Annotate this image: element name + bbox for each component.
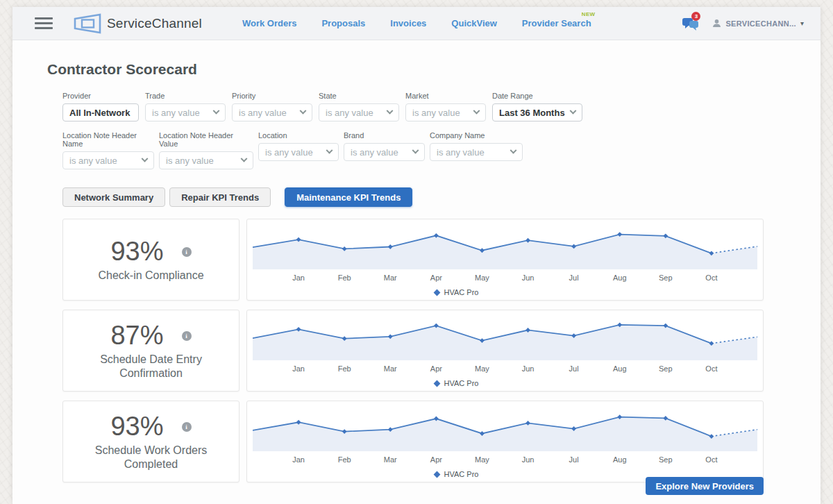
- x-axis-tick-label: May: [475, 455, 489, 464]
- x-axis-tick-label: Jul: [569, 364, 579, 373]
- location-dropdown[interactable]: is any value: [258, 143, 339, 161]
- user-icon: [712, 19, 721, 28]
- chart-legend: HVAC Pro: [204, 379, 709, 387]
- x-axis-tick-label: Jun: [522, 364, 535, 373]
- filter-label: Provider: [62, 92, 139, 100]
- x-axis-labels: JanFebMarAprMayJunJulAugSepOct: [253, 364, 757, 374]
- chevron-down-icon: [326, 146, 333, 153]
- x-axis-tick-label: Sep: [659, 274, 673, 282]
- x-axis-tick-label: Oct: [705, 455, 717, 464]
- servicechannel-logo[interactable]: ServiceChannel: [74, 13, 202, 34]
- nav-quickview[interactable]: QuickView: [451, 18, 497, 28]
- kpi-row-schedule-work-orders: 93% i Schedule Work Orders Completed Jan…: [62, 401, 821, 482]
- info-icon[interactable]: i: [182, 331, 192, 341]
- x-axis-tick-label: May: [475, 274, 489, 282]
- tab-maintenance-kpi-trends[interactable]: Maintenance KPI Trends: [285, 187, 412, 207]
- line-chart-schedule-work-orders: [253, 405, 757, 454]
- x-axis-tick-label: Apr: [430, 364, 442, 373]
- chevron-down-icon: [300, 107, 307, 114]
- scorecard-tabs: Network Summary Repair KPI Trends Mainte…: [62, 187, 821, 207]
- top-navigation-bar: ServiceChannel Work Orders Proposals Inv…: [12, 7, 821, 40]
- x-axis-labels: JanFebMarAprMayJunJulAugSepOct: [253, 455, 757, 465]
- location-note-header-value-dropdown[interactable]: is any value: [159, 151, 253, 169]
- location-note-header-name-dropdown[interactable]: is any value: [62, 151, 154, 169]
- legend-label: HVAC Pro: [444, 288, 479, 296]
- x-axis-tick-label: Jul: [569, 455, 579, 464]
- filter-label: Location Note Header Value: [159, 131, 253, 148]
- company-name-dropdown[interactable]: is any value: [430, 143, 523, 161]
- chevron-down-icon: ▾: [800, 19, 804, 27]
- nav-provider-search[interactable]: Provider SearchNEW: [522, 18, 591, 28]
- filter-label: State: [319, 92, 399, 100]
- filter-label: Location Note Header Name: [62, 131, 154, 148]
- chart-legend: HVAC Pro: [204, 470, 709, 478]
- x-axis-tick-label: Jul: [569, 274, 579, 282]
- brand-dropdown[interactable]: is any value: [344, 143, 425, 161]
- filter-label: Location: [258, 131, 339, 140]
- filter-label: Brand: [344, 131, 425, 140]
- kpi-label: Schedule Date Entry Confirmation: [78, 353, 224, 380]
- hamburger-menu-icon[interactable]: [35, 15, 53, 32]
- filter-company-name: Company Name is any value: [430, 131, 523, 169]
- filter-provider: Provider All In-Network: [62, 92, 139, 121]
- chart-card-schedule-work-orders: JanFebMarAprMayJunJulAugSepOct HVAC Pro: [246, 401, 764, 482]
- provider-input[interactable]: All In-Network: [62, 103, 139, 121]
- nav-invoices[interactable]: Invoices: [390, 18, 426, 28]
- tab-network-summary[interactable]: Network Summary: [62, 187, 165, 207]
- filter-priority: Priority is any value: [232, 92, 312, 121]
- trade-dropdown[interactable]: is any value: [145, 103, 226, 121]
- filter-location-note-header-value: Location Note Header Value is any value: [159, 131, 253, 169]
- market-dropdown[interactable]: is any value: [405, 103, 486, 121]
- state-dropdown[interactable]: is any value: [319, 103, 399, 121]
- x-axis-tick-label: Jun: [522, 274, 535, 282]
- filter-location-note-header-name: Location Note Header Name is any value: [62, 131, 154, 169]
- legend-marker-icon: [433, 471, 440, 478]
- filter-label: Priority: [232, 92, 312, 100]
- main-nav: Work Orders Proposals Invoices QuickView…: [242, 18, 591, 28]
- tab-repair-kpi-trends[interactable]: Repair KPI Trends: [169, 187, 271, 207]
- chevron-down-icon: [213, 107, 220, 114]
- user-menu[interactable]: SERVICECHANN... ▾: [712, 19, 804, 28]
- filter-label: Date Range: [492, 92, 582, 100]
- x-axis-tick-label: Jun: [522, 455, 535, 464]
- priority-dropdown[interactable]: is any value: [232, 103, 312, 121]
- info-icon[interactable]: i: [182, 247, 192, 257]
- chevron-down-icon: [142, 155, 149, 162]
- user-name: SERVICECHANN...: [725, 19, 796, 28]
- x-axis-tick-label: Sep: [659, 455, 673, 464]
- nav-work-orders[interactable]: Work Orders: [242, 18, 297, 28]
- x-axis-tick-label: Mar: [384, 274, 397, 282]
- legend-marker-icon: [433, 380, 440, 387]
- chevron-down-icon: [412, 146, 419, 153]
- x-axis-tick-label: Jan: [292, 364, 305, 373]
- filter-location: Location is any value: [258, 131, 339, 169]
- x-axis-tick-label: Oct: [705, 364, 717, 373]
- line-chart-checkin-compliance: [253, 224, 757, 272]
- brand-name: ServiceChannel: [107, 16, 202, 31]
- messages-icon[interactable]: 3: [682, 15, 701, 32]
- filter-label: Trade: [145, 92, 226, 100]
- x-axis-tick-label: Apr: [430, 274, 442, 282]
- info-icon[interactable]: i: [182, 422, 192, 432]
- x-axis-tick-label: Feb: [338, 364, 351, 373]
- kpi-value: 93%: [110, 237, 163, 267]
- date-range-dropdown[interactable]: Last 36 Months: [492, 103, 582, 121]
- kpi-row-checkin-compliance: 93% i Check-in Compliance JanFebMarAprMa…: [62, 219, 821, 301]
- x-axis-tick-label: Feb: [338, 455, 351, 464]
- x-axis-labels: JanFebMarAprMayJunJulAugSepOct: [253, 274, 757, 283]
- filter-label: Market: [405, 92, 486, 100]
- x-axis-tick-label: Oct: [705, 274, 717, 282]
- explore-new-providers-button[interactable]: Explore New Providers: [646, 477, 764, 495]
- kpi-value: 93%: [110, 412, 163, 442]
- filter-trade: Trade is any value: [145, 92, 226, 121]
- kpi-rows: 93% i Check-in Compliance JanFebMarAprMa…: [12, 219, 821, 482]
- chart-card-schedule-date-entry: JanFebMarAprMayJunJulAugSepOct HVAC Pro: [246, 310, 764, 392]
- chart-legend: HVAC Pro: [204, 288, 709, 296]
- kpi-label: Check-in Compliance: [98, 269, 203, 283]
- kpi-value: 87%: [110, 321, 163, 351]
- x-axis-tick-label: Mar: [384, 455, 397, 464]
- nav-proposals[interactable]: Proposals: [321, 18, 365, 28]
- x-axis-tick-label: Aug: [613, 274, 627, 282]
- x-axis-tick-label: Mar: [384, 364, 397, 373]
- page-title: Contractor Scorecard: [47, 61, 821, 78]
